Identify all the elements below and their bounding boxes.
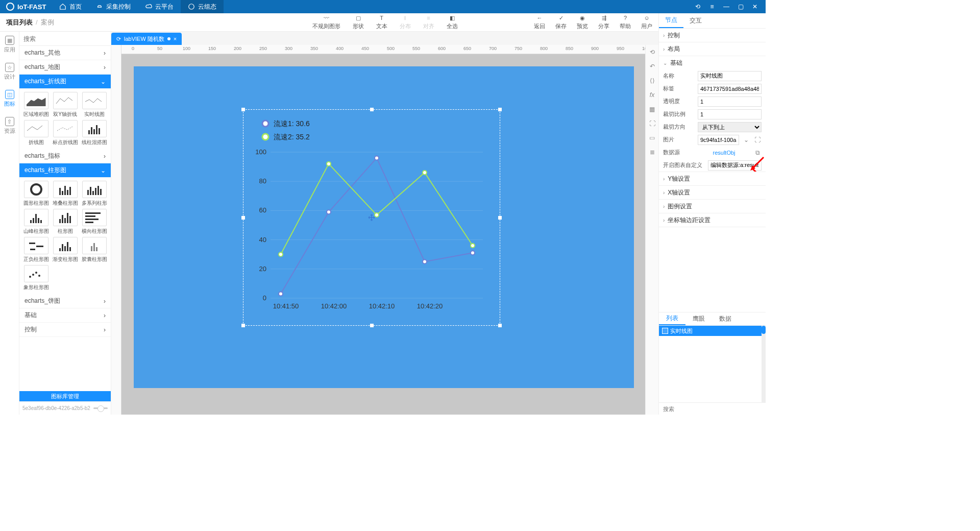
minimize-icon[interactable]: — [723,3,730,10]
cat-other[interactable]: echarts_其他› [19,46,111,60]
library-search[interactable] [19,32,111,46]
close-tab-icon[interactable]: × [174,36,177,42]
tag-input[interactable] [698,84,762,94]
crop-ratio-input[interactable] [698,109,762,119]
lib-item-capsulebar[interactable]: 胶囊柱形图 [81,237,108,263]
grid-icon[interactable]: ▦ [648,105,656,113]
doc-tab-active[interactable]: ⟳ labVIEW 随机数 × [111,33,182,45]
lib-item-area[interactable]: 区域堆积图 [22,92,50,118]
canvas[interactable]: 02040608010010:41:5010:42:0010:42:1010:4… [134,66,634,388]
library-manage-button[interactable]: 图标库管理 [19,391,111,401]
canvas-viewport[interactable]: 02040608010010:41:5010:42:0010:42:1010:4… [121,54,645,415]
bottom-tab-data[interactable]: 数据 [712,312,739,325]
chevron-right-icon: › [663,204,665,209]
action-share[interactable]: ⇶分享 [598,14,609,30]
menu-icon[interactable]: ≡ [708,3,716,10]
nav-home[interactable]: 首页 [52,0,89,13]
action-save[interactable]: ✓保存 [555,14,567,30]
layer-search-input[interactable] [659,403,766,415]
section-layout[interactable]: ›布局 [659,42,766,56]
nav-cloud-platform[interactable]: 云平台 [138,0,181,13]
code-icon[interactable]: ⟨⟩ [648,77,656,85]
lib-item-stackbar[interactable]: 堆叠柱形图 [52,181,79,207]
section-control[interactable]: ›控制 [659,29,766,42]
section-xaxis[interactable]: ›X轴设置 [659,186,766,199]
bottom-tab-list[interactable]: 列表 [659,312,685,325]
cat-metric[interactable]: echarts_指标› [19,149,111,163]
breadcrumb-root[interactable]: 项目列表 [6,18,33,27]
tool-shape[interactable]: ▢形状 [353,14,364,30]
action-help[interactable]: ?帮助 [620,14,631,30]
chevron-down-icon[interactable]: ⌄ [742,136,750,143]
lib-item-pnbar[interactable]: 正负柱形图 [22,237,50,263]
rail-chart[interactable]: ◫图标 [4,90,15,108]
lib-item-line[interactable]: 折线图 [22,120,50,146]
inspector-tab-interact[interactable]: 交互 [683,13,708,28]
ruler-icon[interactable]: ▭ [648,134,656,142]
maximize-icon[interactable]: ▢ [737,3,744,10]
action-back[interactable]: ←返回 [534,14,545,30]
fit-icon[interactable]: ⛶ [648,119,656,128]
lib-item-multibar[interactable]: 多系列柱形 [81,181,108,207]
rail-resource[interactable]: ⇧资源 [4,117,15,135]
chevron-right-icon: › [104,312,106,319]
library-id-field[interactable] [22,405,90,411]
library-search-input[interactable] [19,32,111,45]
lib-item-bar[interactable]: 柱形图 [52,209,79,235]
zoom-slider[interactable] [93,407,108,409]
crop-dir-select[interactable]: 从下到上 [698,122,762,132]
rail-design[interactable]: ☆设计 [4,63,15,81]
nav-cloud-config[interactable]: 云组态 [181,0,224,13]
section-legend[interactable]: ›图例设置 [659,200,766,213]
cat-map[interactable]: echarts_地图› [19,60,111,75]
lib-item-realtime[interactable]: 实时线图 [81,92,108,118]
tool-selectall[interactable]: ◧全选 [447,14,458,30]
expand-icon[interactable]: ⛶ [753,136,762,143]
tool-text[interactable]: T文本 [376,14,387,30]
section-basic[interactable]: ⌄基础 [659,56,766,69]
layers-icon[interactable]: ≣ [648,148,656,156]
cat-bar[interactable]: echarts_柱形图⌄ [19,163,111,178]
lib-item-circlebar[interactable]: 圆形柱形图 [22,181,50,207]
cat-control[interactable]: 控制› [19,323,111,337]
chevron-right-icon: › [663,190,665,196]
nav-acquisition[interactable]: 采集控制 [89,0,138,13]
refresh-icon[interactable]: ⟲ [648,48,656,56]
bottom-tab-eagle[interactable]: 鹰眼 [685,312,712,325]
tool-align: ≡对齐 [423,14,434,30]
lib-item-gradbar[interactable]: 渐变柱形图 [52,237,79,263]
image-input[interactable] [698,135,739,145]
opacity-input[interactable] [698,96,762,107]
lib-item-dualy[interactable]: 双Y轴折线 [52,92,79,118]
fx-icon[interactable]: fx [648,91,656,99]
chart-object[interactable]: 02040608010010:41:5010:42:0010:42:1010:4… [245,111,498,324]
section-grid[interactable]: ›坐标轴边距设置 [659,213,766,227]
cat-line[interactable]: echarts_折线图⌄ [19,75,111,89]
lib-item-hbar[interactable]: 横向柱形图 [81,209,108,235]
action-preview[interactable]: ◉预览 [577,14,588,30]
cat-basic[interactable]: 基础› [19,308,111,323]
layer-item[interactable]: 实时线图 [659,326,766,336]
sync-icon[interactable]: ⟲ [694,3,701,10]
action-user[interactable]: ☺用户 [641,14,652,30]
name-input[interactable] [698,71,762,81]
chevron-right-icon: › [104,326,106,333]
undo-icon[interactable]: ↶ [648,62,656,70]
cat-pie[interactable]: echarts_饼图› [19,294,111,308]
lib-item-markline[interactable]: 标点折线图 [52,120,79,146]
rail-app[interactable]: ▦应用 [4,36,15,54]
lib-item-peakbar[interactable]: 山峰柱形图 [22,209,50,235]
datasource-link[interactable]: resultObj [698,150,750,156]
lib-item-pictbar[interactable]: 象形柱形图 [22,265,50,291]
select-all-icon: ◧ [448,14,457,21]
refresh-icon: ⟳ [116,36,121,42]
section-yaxis[interactable]: ›Y轴设置 [659,172,766,185]
tool-freeform[interactable]: 〰不规则图形 [312,14,340,30]
close-icon[interactable]: ✕ [751,3,758,10]
canvas-tool-rail: ⟲ ↶ ⟨⟩ fx ▦ ⛶ ▭ ≣ [645,45,658,415]
lib-item-linebar[interactable]: 线柱混搭图 [81,120,108,146]
breadcrumb-leaf[interactable]: 案例 [41,18,54,27]
link-icon[interactable]: ⧉ [753,149,762,156]
inspector-tab-node[interactable]: 节点 [659,13,683,28]
scrollbar[interactable] [762,326,766,402]
